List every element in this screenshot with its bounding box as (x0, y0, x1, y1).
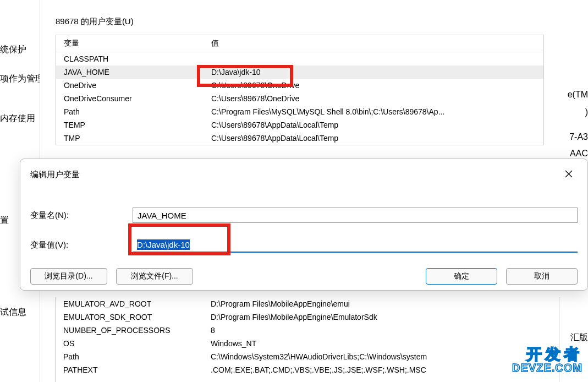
bg-text: 内存使用 (0, 113, 35, 124)
table-row[interactable]: PATHEXT.COM;.EXE;.BAT;.CMD;.VBS;.VBE;.JS… (56, 363, 559, 376)
edit-user-variable-dialog: 编辑用户变量 变量名(N): 变量值(V): D:\Java\jdk-10 浏览… (20, 159, 588, 291)
bg-text: ) (585, 107, 588, 117)
table-row[interactable]: TMPC:\Users\89678\AppData\Local\Temp (56, 132, 543, 145)
close-button[interactable] (560, 167, 578, 182)
variable-name-input[interactable] (133, 208, 578, 223)
table-row[interactable]: PathC:\Windows\System32\HWAudioDriverLib… (56, 350, 559, 363)
browse-directory-button[interactable]: 浏览目录(D)... (30, 268, 107, 285)
var-value: C:\Users\89678\OneDrive (204, 94, 543, 103)
var-value: C:\Users\89678\AppData\Local\Temp (204, 134, 543, 143)
var-value: D:\Program Files\MobileAppEngine\emui (203, 299, 559, 308)
system-vars-table[interactable]: EMULATOR_AVD_ROOTD:\Program Files\Mobile… (55, 297, 559, 382)
var-value: .COM;.EXE;.BAT;.CMD;.VBS;.VBE;.JS;.JSE;.… (203, 365, 559, 374)
user-vars-section-title: 89678 的用户变量(U) (56, 17, 544, 27)
bg-text: e(TM (568, 90, 588, 100)
table-row[interactable]: OSWindows_NT (56, 337, 559, 350)
var-name: OS (56, 339, 203, 348)
var-value (204, 54, 543, 63)
user-vars-table[interactable]: 变量 值 CLASSPATHJAVA_HOMED:\Java\jdk-10One… (56, 35, 544, 145)
var-value: C:\Users\89678\OneDrive (204, 81, 543, 90)
table-row[interactable]: EMULATOR_AVD_ROOTD:\Program Files\Mobile… (56, 297, 559, 310)
var-name: OneDriveConsumer (56, 94, 204, 103)
var-name: OneDrive (56, 81, 204, 90)
var-value: Windows_NT (203, 339, 559, 348)
var-name: EMULATOR_SDK_ROOT (56, 313, 203, 321)
table-row[interactable]: NUMBER_OF_PROCESSORS8 (56, 324, 559, 337)
var-value: D:\Program Files\MobileAppEngine\Emulato… (203, 313, 559, 321)
bg-text: AAC (570, 149, 588, 159)
close-icon (565, 170, 573, 179)
var-name: TEMP (56, 121, 204, 129)
var-name: TMP (56, 134, 204, 143)
col-header-name[interactable]: 变量 (56, 35, 204, 52)
dialog-title: 编辑用户变量 (30, 170, 80, 180)
ok-button[interactable]: 确定 (426, 268, 497, 285)
bg-text: 项作为管理 (0, 73, 44, 85)
table-row[interactable]: TEMPC:\Users\89678\AppData\Local\Temp (56, 118, 543, 132)
var-name: JAVA_HOME (56, 68, 204, 77)
var-value: C:\Users\89678\AppData\Local\Temp (204, 121, 543, 129)
cancel-button[interactable]: 取消 (506, 268, 578, 285)
table-row[interactable]: OneDriveConsumerC:\Users\89678\OneDrive (56, 92, 543, 105)
variable-name-label: 变量名(N): (30, 210, 133, 221)
selected-text: D:\Java\jdk-10 (137, 239, 190, 250)
var-name: PATHEXT (56, 365, 203, 374)
table-header: 变量 值 (56, 35, 543, 52)
variable-value-label: 变量值(V): (30, 240, 133, 250)
var-value: D:\Java\jdk-10 (204, 68, 543, 77)
variable-value-input[interactable]: D:\Java\jdk-10 (133, 237, 578, 253)
var-name: CLASSPATH (56, 54, 204, 63)
table-row[interactable]: EMULATOR_SDK_ROOTD:\Program Files\Mobile… (56, 310, 559, 324)
var-value: C:\Windows\System32\HWAudioDriverLibs;C:… (203, 352, 559, 361)
bg-text: 置 (0, 215, 9, 226)
var-name: Path (56, 107, 204, 116)
table-row[interactable]: PathC:\Program Files\MySQL\MySQL Shell 8… (56, 105, 543, 118)
table-row[interactable]: JAVA_HOMED:\Java\jdk-10 (56, 66, 543, 79)
bg-text: 7-A3 (569, 132, 588, 142)
var-value: 8 (203, 326, 559, 335)
table-row[interactable]: CLASSPATH (56, 52, 543, 66)
bg-text: 统保护 (0, 44, 26, 56)
bg-text: 汇版 (570, 332, 588, 343)
var-value: C:\Program Files\MySQL\MySQL Shell 8.0\b… (204, 107, 543, 116)
var-name: NUMBER_OF_PROCESSORS (56, 326, 203, 335)
bg-text: 试信息 (0, 307, 26, 318)
var-name: Path (56, 352, 203, 361)
browse-file-button[interactable]: 浏览文件(F)... (116, 268, 193, 285)
var-name: EMULATOR_AVD_ROOT (56, 299, 203, 308)
table-row[interactable]: OneDriveC:\Users\89678\OneDrive (56, 79, 543, 92)
col-header-value[interactable]: 值 (204, 35, 543, 52)
